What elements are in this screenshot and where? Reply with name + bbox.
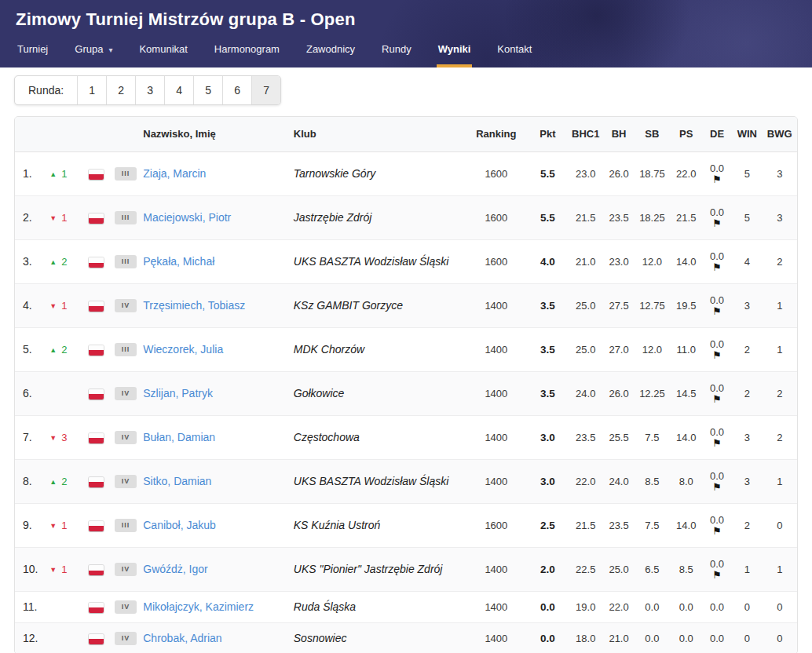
ranking-cell: 1400	[465, 622, 529, 653]
rank-change-value: 1	[61, 564, 67, 575]
bwg-cell: 1	[762, 547, 797, 591]
ranking-cell: 1400	[465, 591, 529, 622]
player-link[interactable]: Gwóźdż, Igor	[143, 563, 207, 575]
win-cell: 4	[732, 239, 762, 283]
ranking-cell: 1400	[465, 415, 529, 459]
round-button-1[interactable]: 1	[77, 76, 106, 104]
win-cell: 2	[732, 503, 762, 547]
bwg-cell: 3	[762, 195, 797, 239]
player-link[interactable]: Chrobak, Adrian	[143, 632, 221, 644]
bwg-cell: 2	[762, 239, 797, 283]
sb-cell: 18.25	[634, 195, 670, 239]
player-link[interactable]: Wieczorek, Julia	[143, 343, 223, 356]
pkt-cell: 0.0	[528, 591, 567, 622]
de-flag-icon: ⚑	[704, 218, 730, 229]
de-cell: 0.0 ⚑	[702, 283, 732, 327]
sb-cell: 0.0	[634, 622, 670, 653]
nav-item-turniej[interactable]: Turniej	[16, 43, 49, 67]
pkt-cell: 2.5	[528, 503, 567, 547]
player-link[interactable]: Pękała, Michał	[143, 255, 214, 268]
player-link[interactable]: Caniboł, Jakub	[143, 519, 216, 531]
flag-cell	[83, 371, 110, 415]
rank-change: ▲2	[49, 476, 67, 487]
bhc1-cell: 25.0	[568, 283, 604, 327]
bh-cell: 25.0	[604, 547, 634, 591]
flag-cell	[83, 327, 110, 371]
de-value: 0.0	[704, 601, 730, 613]
bh-cell: 23.5	[604, 195, 634, 239]
player-name-cell: Ziaja, Marcin	[141, 151, 292, 195]
nav-item-kontakt[interactable]: Kontakt	[496, 43, 533, 67]
player-link[interactable]: Trzęsimiech, Tobiasz	[143, 299, 245, 312]
bhc1-cell: 22.0	[568, 459, 604, 503]
player-name-cell: Gwóźdż, Igor	[141, 547, 292, 591]
ps-cell: 8.0	[671, 459, 702, 503]
col-rank	[15, 117, 48, 151]
nav-item-zawodnicy[interactable]: Zawodnicy	[305, 43, 357, 67]
ps-cell: 0.0	[671, 622, 702, 653]
rank-change-cell: ▼1	[48, 547, 82, 591]
player-link[interactable]: Bułan, Damian	[143, 431, 215, 443]
player-link[interactable]: Maciejowski, Piotr	[143, 211, 231, 224]
chevron-down-icon: ▾	[108, 46, 112, 54]
nav-item-komunikat[interactable]: Komunikat	[137, 43, 188, 67]
table-row: 11. IV Mikołajczyk, Kazimierz Ruda Śląsk…	[15, 591, 797, 622]
nav-item-grupa[interactable]: Grupa▾	[73, 43, 114, 67]
poland-flag-icon	[89, 603, 104, 613]
flag-cell	[83, 503, 110, 547]
category-badge: IV	[115, 431, 137, 444]
rank-change-cell	[48, 622, 82, 653]
de-flag-icon: ⚑	[704, 350, 730, 361]
pkt-cell: 2.0	[528, 547, 567, 591]
flag-cell	[83, 547, 110, 591]
nav-item-rundy[interactable]: Rundy	[380, 43, 413, 67]
rank-change-value: 1	[61, 300, 67, 312]
ps-cell: 14.5	[671, 371, 702, 415]
player-name-cell: Maciejowski, Piotr	[141, 195, 292, 239]
category-badge: III	[115, 211, 137, 224]
round-button-5[interactable]: 5	[193, 76, 222, 104]
bwg-cell: 0	[762, 503, 797, 547]
player-link[interactable]: Ziaja, Marcin	[143, 167, 206, 180]
round-button-2[interactable]: 2	[106, 76, 135, 104]
rank-change: ▼3	[49, 432, 67, 443]
round-button-6[interactable]: 6	[222, 76, 251, 104]
round-button-3[interactable]: 3	[135, 76, 164, 104]
bhc1-cell: 25.0	[568, 327, 604, 371]
results-table-wrap: Nazwisko, Imię Klub Ranking Pkt BHC1 BH …	[14, 116, 798, 653]
category-cell: IV	[110, 622, 141, 653]
sb-cell: 12.0	[634, 327, 670, 371]
poland-flag-icon	[89, 345, 104, 356]
bwg-cell: 2	[762, 371, 797, 415]
win-cell: 2	[732, 371, 762, 415]
win-cell: 1	[732, 547, 762, 591]
flag-cell	[83, 459, 110, 503]
bhc1-cell: 21.5	[568, 195, 604, 239]
category-badge: III	[115, 167, 137, 181]
table-row: 9. ▼1 III Caniboł, Jakub KS Kuźnia Ustro…	[15, 503, 797, 547]
rank-number: 6.	[15, 371, 48, 415]
nav-item-wyniki[interactable]: Wyniki	[437, 43, 473, 67]
rank-number: 5.	[15, 327, 48, 371]
table-row: 10. ▼1 IV Gwóźdż, Igor UKS "Pionier" Jas…	[15, 547, 797, 591]
rank-change-arrow-icon: ▼	[49, 434, 57, 442]
table-row: 8. ▲2 IV Sitko, Damian UKS BASZTA Wodzis…	[15, 459, 797, 503]
de-cell: 0.0 ⚑	[702, 459, 732, 503]
rank-change: ▼1	[49, 564, 67, 575]
player-link[interactable]: Sitko, Damian	[143, 475, 211, 487]
round-button-7[interactable]: 7	[251, 76, 280, 104]
ranking-cell: 1600	[465, 239, 529, 283]
flag-cell	[83, 195, 110, 239]
nav-item-harmonogram[interactable]: Harmonogram	[213, 43, 281, 67]
player-link[interactable]: Mikołajczyk, Kazimierz	[143, 600, 254, 613]
rank-change-value: 1	[61, 520, 67, 531]
de-cell: 0.0 ⚑	[702, 591, 732, 622]
category-cell: III	[110, 195, 141, 239]
de-value: 0.0	[704, 514, 730, 526]
rank-change-value: 1	[61, 168, 67, 180]
rank-change-arrow-icon: ▼	[49, 522, 57, 530]
table-row: 7. ▼3 IV Bułan, Damian Częstochowa 1400 …	[15, 415, 797, 459]
de-cell: 0.0 ⚑	[702, 547, 732, 591]
player-link[interactable]: Szlijan, Patryk	[143, 387, 213, 399]
round-button-4[interactable]: 4	[164, 76, 193, 104]
